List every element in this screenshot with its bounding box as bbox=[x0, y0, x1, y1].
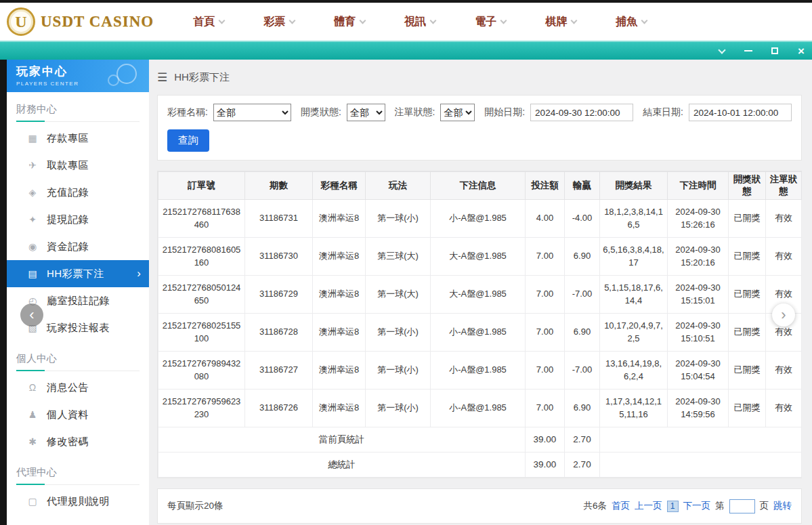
collapse-sidebar-button[interactable]: ‹ bbox=[20, 303, 43, 327]
collapse-chevron-icon[interactable] bbox=[717, 45, 727, 56]
search-button[interactable]: 查詢 bbox=[167, 129, 209, 152]
jump-page-input[interactable] bbox=[729, 499, 755, 513]
chevron-down-icon bbox=[430, 17, 437, 24]
close-icon[interactable]: × bbox=[796, 45, 807, 56]
table-cell: 已開獎 bbox=[729, 390, 766, 427]
table-cell: 18,1,2,3,8,14,16,5 bbox=[600, 200, 668, 238]
minimize-icon[interactable] bbox=[743, 45, 754, 56]
order-status-select[interactable]: 全部 bbox=[440, 104, 475, 121]
table-cell: 7.00 bbox=[526, 276, 565, 314]
table-cell: 10,17,20,4,9,7,2,5 bbox=[600, 314, 668, 352]
nav-item-label: 彩票 bbox=[263, 15, 285, 29]
jump-prefix-label: 第 bbox=[715, 500, 725, 512]
nav-item-6[interactable]: 棋牌 bbox=[545, 15, 576, 29]
sidebar-item-agent-rules[interactable]: ▢代理規則說明› bbox=[7, 488, 149, 515]
sidebar-item-profile[interactable]: ♟個人資料› bbox=[7, 401, 149, 428]
bet-table-card: 訂單號期數彩種名稱玩法下注信息投注額輸贏開獎結果下注時間開獎狀態注單狀態 215… bbox=[157, 171, 802, 478]
left-gutter bbox=[0, 60, 7, 525]
column-header: 輸贏 bbox=[565, 172, 600, 200]
lottery-name-select[interactable]: 全部 bbox=[213, 104, 291, 121]
table-cell: 31186731 bbox=[245, 200, 313, 238]
jump-button[interactable]: 跳转 bbox=[773, 500, 792, 512]
table-cell: 第一球(小) bbox=[366, 200, 431, 238]
end-date-input[interactable] bbox=[689, 104, 792, 121]
message-icon: Ω bbox=[27, 382, 38, 393]
table-cell: 2152172767959623230 bbox=[158, 390, 245, 427]
nav-item-1[interactable]: 首頁 bbox=[193, 15, 224, 29]
table-cell: -7.00 bbox=[565, 276, 600, 314]
summary-empty bbox=[600, 453, 802, 478]
window-titlebar: × bbox=[0, 41, 812, 60]
deposit-icon: ▦ bbox=[27, 133, 38, 144]
lottery-name-label: 彩種名稱: bbox=[167, 106, 208, 119]
nav-item-5[interactable]: 電子 bbox=[475, 15, 506, 29]
summary-row: 當前頁統計39.002.70 bbox=[158, 427, 802, 453]
prev-page-link[interactable]: 上一页 bbox=[635, 500, 662, 512]
next-page-link[interactable]: 下一页 bbox=[683, 500, 711, 512]
sidebar-item-label: HH彩票下注 bbox=[47, 268, 104, 280]
sidebar-item-deposit[interactable]: ▦存款專區› bbox=[7, 125, 149, 152]
sidebar-subtitle: PLAYERS CENTER bbox=[16, 81, 140, 87]
sidebar-item-hh-lottery-bet[interactable]: ▤HH彩票下注› bbox=[7, 260, 149, 287]
table-cell: 第三球(大) bbox=[366, 238, 431, 276]
table-cell: 6,5,16,3,8,4,18,17 bbox=[600, 238, 668, 276]
start-date-input[interactable] bbox=[530, 104, 633, 121]
logo[interactable]: U USDT CASINO bbox=[7, 7, 154, 36]
chevron-down-icon bbox=[289, 17, 296, 24]
sidebar-item-recharge-record[interactable]: ◈充值記錄› bbox=[7, 179, 149, 206]
column-header: 注單狀態 bbox=[766, 172, 802, 200]
table-row: 215217276811763846031186731澳洲幸运8第一球(小)小-… bbox=[158, 200, 802, 238]
table-cell: 第一球(小) bbox=[366, 390, 431, 427]
table-cell: 6.90 bbox=[565, 238, 600, 276]
nav-item-2[interactable]: 彩票 bbox=[263, 15, 295, 29]
total-count-text: 共6条 bbox=[583, 500, 607, 512]
table-cell: 7.00 bbox=[526, 352, 565, 390]
nav-item-7[interactable]: 捕魚 bbox=[616, 15, 647, 29]
pager: 共6条 首页 上一页 1 下一页 第 页 跳转 bbox=[583, 499, 792, 513]
sidebar-item-password[interactable]: ✱修改密碼› bbox=[7, 428, 149, 455]
table-cell: 小-A盤@1.985 bbox=[431, 390, 526, 427]
nav-item-label: 首頁 bbox=[193, 15, 215, 29]
table-cell: 澳洲幸运8 bbox=[313, 314, 366, 352]
next-page-arrow-button[interactable]: › bbox=[772, 303, 795, 327]
table-cell: 小-A盤@1.985 bbox=[431, 314, 526, 352]
section-title: 個人中心 bbox=[16, 352, 140, 371]
sidebar-item-withdraw[interactable]: ✈取款專區› bbox=[7, 152, 149, 179]
page-title: HH彩票下注 bbox=[174, 71, 230, 84]
table-cell: 有效 bbox=[766, 352, 802, 390]
table-cell: 1,17,3,14,12,15,11,16 bbox=[600, 390, 668, 427]
summary-row: 總統計39.002.70 bbox=[158, 453, 802, 478]
sidebar-item-withdraw-record[interactable]: ✦提現記錄› bbox=[7, 206, 149, 233]
table-cell: 大-A盤@1.985 bbox=[431, 238, 526, 276]
draw-status-select[interactable]: 全部 bbox=[347, 104, 385, 121]
table-cell: 13,16,14,19,8,6,2,4 bbox=[600, 352, 668, 390]
breadcrumb: ☰ HH彩票下注 bbox=[157, 60, 802, 95]
nav-item-4[interactable]: 視訊 bbox=[404, 15, 435, 29]
summary-label: 當前頁統計 bbox=[158, 427, 526, 453]
menu-toggle-icon[interactable]: ☰ bbox=[157, 70, 167, 85]
maximize-icon[interactable] bbox=[769, 45, 780, 56]
first-page-link[interactable]: 首页 bbox=[612, 500, 630, 512]
table-cell: 6.90 bbox=[565, 390, 600, 427]
summary-bet-total: 39.00 bbox=[526, 427, 565, 453]
table-cell: 2152172768050124650 bbox=[158, 276, 245, 314]
table-cell: 31186730 bbox=[245, 238, 313, 276]
section-title: 財務中心 bbox=[16, 103, 140, 122]
table-row: 215217276795962323031186726澳洲幸运8第一球(小)小-… bbox=[158, 390, 802, 427]
column-header: 玩法 bbox=[366, 172, 431, 200]
sidebar-item-label: 取款專區 bbox=[47, 159, 89, 172]
start-date-label: 開始日期: bbox=[484, 106, 525, 119]
sidebar-item-message[interactable]: Ω消息公告› bbox=[7, 374, 149, 401]
table-cell: 第一球(小) bbox=[366, 352, 431, 390]
table-cell: 小-A盤@1.985 bbox=[431, 200, 526, 238]
table-cell: 小-A盤@1.985 bbox=[431, 352, 526, 390]
table-cell: 2024-09-30 15:15:01 bbox=[668, 276, 729, 314]
table-cell: 2024-09-30 15:20:16 bbox=[668, 238, 729, 276]
table-cell: 7.00 bbox=[526, 390, 565, 427]
nav-item-3[interactable]: 體育 bbox=[334, 15, 365, 29]
table-cell: 7.00 bbox=[526, 238, 565, 276]
sidebar: 玩家中心 PLAYERS CENTER 財務中心▦存款專區›✈取款專區›◈充值記… bbox=[7, 60, 149, 525]
jump-suffix-label: 页 bbox=[760, 500, 769, 512]
sidebar-item-label: 玩家投注報表 bbox=[47, 322, 110, 335]
sidebar-item-fund-record[interactable]: ◉資金記錄› bbox=[7, 233, 149, 260]
